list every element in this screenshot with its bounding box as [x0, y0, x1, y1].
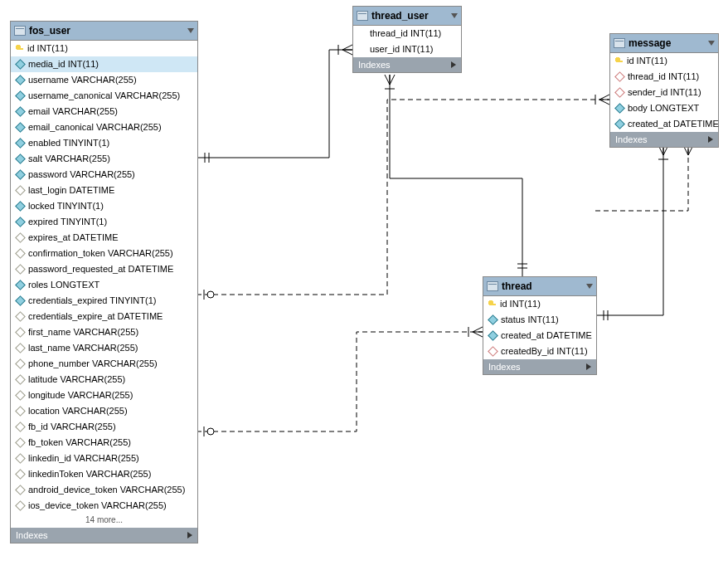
- field-row[interactable]: thread_id INT(11): [610, 69, 718, 85]
- field-row[interactable]: locked TINYINT(1): [11, 198, 197, 214]
- field-label: user_id INT(11): [370, 43, 433, 56]
- field-row[interactable]: credentials_expired TINYINT(1): [11, 293, 197, 309]
- column-notnull-icon: [15, 90, 26, 101]
- field-label: status INT(11): [501, 314, 559, 326]
- field-row[interactable]: id INT(11): [11, 41, 197, 56]
- field-row[interactable]: sender_id INT(11): [610, 85, 718, 100]
- field-row[interactable]: media_id INT(11): [11, 56, 197, 72]
- field-label: fb_id VARCHAR(255): [28, 421, 116, 433]
- expand-icon[interactable]: [586, 363, 591, 370]
- field-label: id INT(11): [627, 55, 667, 67]
- field-row[interactable]: status INT(11): [483, 312, 596, 328]
- field-row[interactable]: enabled TINYINT(1): [11, 135, 197, 151]
- field-row[interactable]: linkedinToken VARCHAR(255): [11, 466, 197, 482]
- entity-message[interactable]: message id INT(11)thread_id INT(11)sende…: [609, 33, 719, 148]
- column-notnull-icon: [488, 330, 498, 341]
- field-row[interactable]: longitude VARCHAR(255): [11, 387, 197, 403]
- collapse-icon[interactable]: [708, 41, 715, 46]
- field-row[interactable]: email_canonical VARCHAR(255): [11, 119, 197, 135]
- table-icon: [487, 281, 498, 291]
- entity-title[interactable]: fos_user: [11, 22, 197, 41]
- svg-line-8: [385, 75, 390, 85]
- entity-title[interactable]: thread: [483, 277, 596, 296]
- field-label: locked TINYINT(1): [28, 200, 104, 212]
- collapse-icon[interactable]: [451, 13, 458, 18]
- indexes-bar[interactable]: Indexes: [610, 132, 718, 147]
- svg-line-2: [342, 45, 352, 50]
- field-row[interactable]: last_login DATETIME: [11, 183, 197, 198]
- field-label: confirmation_token VARCHAR(255): [28, 247, 173, 260]
- field-row[interactable]: linkedin_id VARCHAR(255): [11, 451, 197, 466]
- column-notnull-icon: [15, 59, 26, 70]
- field-row[interactable]: android_device_token VARCHAR(255): [11, 482, 197, 498]
- field-row[interactable]: username_canonical VARCHAR(255): [11, 88, 197, 104]
- field-label: ios_device_token VARCHAR(255): [28, 500, 167, 512]
- field-row[interactable]: confirmation_token VARCHAR(255): [11, 246, 197, 261]
- field-label: last_name VARCHAR(255): [28, 342, 138, 354]
- entity-title-text: thread_user: [371, 10, 429, 22]
- svg-line-4: [342, 50, 352, 55]
- field-row[interactable]: id INT(11): [610, 53, 718, 69]
- field-list: id INT(11)media_id INT(11)username VARCH…: [11, 41, 197, 514]
- field-label: email_canonical VARCHAR(255): [28, 121, 162, 134]
- column-notnull-icon: [488, 314, 498, 325]
- field-row[interactable]: id INT(11): [483, 296, 596, 312]
- field-row[interactable]: ios_device_token VARCHAR(255): [11, 498, 197, 514]
- more-fields-label[interactable]: 14 more...: [11, 514, 197, 528]
- indexes-bar[interactable]: Indexes: [11, 528, 197, 543]
- column-nullable-icon: [15, 358, 26, 369]
- field-row[interactable]: password VARCHAR(255): [11, 167, 197, 183]
- collapse-icon[interactable]: [586, 284, 593, 289]
- field-row[interactable]: fb_token VARCHAR(255): [11, 435, 197, 451]
- field-label: phone_number VARCHAR(255): [28, 358, 158, 370]
- field-row[interactable]: email VARCHAR(255): [11, 104, 197, 119]
- expand-icon[interactable]: [187, 532, 192, 539]
- indexes-bar[interactable]: Indexes: [483, 359, 596, 374]
- field-label: id INT(11): [27, 42, 68, 55]
- column-notnull-icon: [15, 295, 26, 306]
- field-row[interactable]: user_id INT(11): [353, 41, 461, 57]
- field-label: password_requested_at DATETIME: [28, 263, 173, 275]
- entity-fos-user[interactable]: fos_user id INT(11)media_id INT(11)usern…: [10, 21, 198, 543]
- field-row[interactable]: salt VARCHAR(255): [11, 151, 197, 167]
- indexes-label: Indexes: [358, 60, 391, 70]
- svg-point-18: [207, 291, 214, 298]
- column-notnull-icon: [15, 154, 26, 164]
- primary-key-icon: [488, 300, 497, 309]
- field-label: media_id INT(11): [28, 58, 99, 71]
- column-nullable-icon: [15, 343, 26, 353]
- entity-thread-user[interactable]: thread_user thread_id INT(11)user_id INT…: [352, 6, 462, 73]
- field-row[interactable]: expired TINYINT(1): [11, 214, 197, 230]
- field-row[interactable]: location VARCHAR(255): [11, 403, 197, 419]
- field-row[interactable]: last_name VARCHAR(255): [11, 340, 197, 356]
- field-row[interactable]: createdBy_id INT(11): [483, 344, 596, 359]
- field-row[interactable]: fb_id VARCHAR(255): [11, 419, 197, 435]
- expand-icon[interactable]: [451, 61, 456, 68]
- field-row[interactable]: password_requested_at DATETIME: [11, 261, 197, 277]
- field-row[interactable]: body LONGTEXT: [610, 100, 718, 116]
- field-row[interactable]: first_name VARCHAR(255): [11, 324, 197, 340]
- entity-title-text: thread: [502, 280, 532, 292]
- collapse-icon[interactable]: [187, 28, 194, 33]
- field-label: salt VARCHAR(255): [28, 153, 110, 165]
- field-row[interactable]: created_at DATETIME: [610, 116, 718, 132]
- field-row[interactable]: created_at DATETIME: [483, 328, 596, 344]
- field-label: thread_id INT(11): [370, 27, 441, 40]
- entity-title[interactable]: message: [610, 34, 718, 53]
- entity-title[interactable]: thread_user: [353, 7, 461, 26]
- entity-thread[interactable]: thread id INT(11)status INT(11)created_a…: [483, 276, 597, 375]
- field-row[interactable]: credentials_expire_at DATETIME: [11, 309, 197, 324]
- field-row[interactable]: expires_at DATETIME: [11, 230, 197, 246]
- field-row[interactable]: username VARCHAR(255): [11, 72, 197, 88]
- table-icon: [357, 11, 368, 21]
- field-label: first_name VARCHAR(255): [28, 326, 138, 339]
- field-label: created_at DATETIME: [501, 329, 592, 342]
- field-row[interactable]: phone_number VARCHAR(255): [11, 356, 197, 372]
- expand-icon[interactable]: [708, 136, 713, 143]
- field-row[interactable]: thread_id INT(11): [353, 26, 461, 41]
- indexes-bar[interactable]: Indexes: [353, 57, 461, 72]
- column-notnull-icon: [614, 119, 625, 129]
- field-row[interactable]: latitude VARCHAR(255): [11, 372, 197, 387]
- field-row[interactable]: roles LONGTEXT: [11, 277, 197, 293]
- field-label: credentials_expired TINYINT(1): [28, 295, 156, 307]
